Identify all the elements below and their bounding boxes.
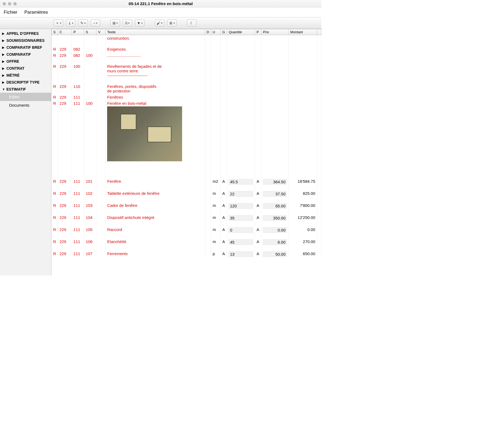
col-texte[interactable]: Texte [106,29,205,35]
cell-d [205,202,211,210]
cell-quantite[interactable] [227,83,255,94]
sidebar-item-4[interactable]: ▶OFFRE [0,58,51,65]
cell-prix[interactable]: 65.00 [261,202,289,210]
cell-u: p [211,251,221,258]
cell-quantite[interactable]: 45 [227,238,255,246]
table-row[interactable] [52,58,321,63]
table-row[interactable]: R229111103Cadre de fenêtremA120A65.007'8… [52,202,321,210]
brush-icon: 🖌 [157,21,160,25]
page-button[interactable]: 🗎▾ [167,20,177,27]
col-c[interactable]: C [58,29,72,35]
cell-prix[interactable]: 37.50 [261,190,289,197]
table-row[interactable] [52,222,321,226]
cell-p2: A [255,226,261,234]
table-row[interactable] [52,162,321,178]
cell-prix[interactable] [261,52,289,58]
table-row[interactable]: R229082100.............................. [52,52,321,58]
cell-prix[interactable] [261,35,289,42]
col-s2[interactable]: S [84,29,96,35]
cell-quantite[interactable]: 22 [227,190,255,197]
cell-prix[interactable] [261,63,289,79]
table-row[interactable]: R229110Fenêtres, portes, dispositifsde p… [52,83,321,94]
cell-prix[interactable] [261,100,289,162]
remove-button[interactable]: −▾ [91,20,100,27]
col-s1[interactable]: S [52,29,58,35]
edit-button[interactable]: ✎▾ [78,20,88,27]
cell-quantite[interactable] [227,46,255,52]
table-row[interactable]: R229111105RaccordmA0A0.000.00 [52,226,321,234]
cell-quantite[interactable]: 120 [227,202,255,210]
col-u[interactable]: U [211,29,221,35]
sidebar-item-0[interactable]: ▶APPEL D'OFFRES [0,30,51,37]
cell-c: 229 [58,63,72,79]
cell-quantite[interactable]: 45.5 [227,178,255,185]
sidebar-item-3[interactable]: ▶COMPARATIF [0,51,51,58]
cell-quantite[interactable] [227,52,255,58]
col-v[interactable]: V [96,29,106,35]
format-button[interactable]: 🖌▾ [155,20,164,27]
cell-texte: Fenêtres [106,94,205,100]
add-button[interactable]: ＋▾ [54,20,63,27]
table-row[interactable]: R229111Fenêtres [52,94,321,100]
sidebar-item-2[interactable]: ▶COMPARATIF BREF [0,44,51,51]
cell-prix[interactable]: 50.00 [261,251,289,258]
row-image [107,106,182,161]
table-row[interactable] [52,246,321,251]
table-row[interactable]: R229111106EtanchéitémA45A6.00270.00 [52,238,321,246]
table-row[interactable]: construction. [52,35,321,42]
menu-file[interactable]: Fichier [4,10,17,15]
cell-quantite[interactable] [227,94,255,100]
cell-prix[interactable] [261,46,289,52]
cell-quantite[interactable] [227,63,255,79]
sidebar-item-5[interactable]: ▶CONTRAT [0,65,51,72]
export-button[interactable]: ⎘▾ [123,20,132,27]
col-prix[interactable]: Prix [261,29,289,35]
cell-quantite[interactable]: 0 [227,226,255,234]
col-p2[interactable]: P [255,29,261,35]
sidebar-item-label: COMPARATIF BREF [6,45,42,50]
table-row[interactable] [52,41,321,46]
table-row[interactable]: R229111104Dispositif antichute intégrémA… [52,214,321,222]
table-row[interactable] [52,210,321,214]
cell-quantite[interactable]: 13 [227,251,255,258]
table-row[interactable]: R229100Revêtements de façades et demurs … [52,63,321,79]
filter-button[interactable]: ▼▾ [135,20,145,27]
cell-prix[interactable]: 364.50 [261,178,289,185]
col-d[interactable]: D [205,29,211,35]
cell-prix[interactable] [261,94,289,100]
sidebar-sub-1[interactable]: Documents [0,101,51,109]
table-row[interactable]: R229111101Fenêtrem2A45.5A364.5016'584.75 [52,178,321,185]
cell-prix[interactable]: 6.00 [261,238,289,246]
cell-quantite[interactable] [227,35,255,42]
cell-prix[interactable]: 0.00 [261,226,289,234]
col-g[interactable]: G [221,29,227,35]
cell-prix[interactable]: 350.00 [261,214,289,222]
cell-c: 229 [58,83,72,94]
table-row[interactable]: R229111100Fenêtre en bois-métal [52,100,321,162]
table-button[interactable]: ⊞▾ [110,20,120,27]
import-button[interactable]: ⤓▾ [66,20,76,27]
cell-prix[interactable] [261,83,289,94]
cell-g: A [221,214,227,222]
cell-quantite[interactable]: 35 [227,214,255,222]
sidebar-item-6[interactable]: ▶MÉTRÉ [0,72,51,79]
table-row[interactable] [52,79,321,83]
sidebar-item-1[interactable]: ▶SOUMISSIONNAIRES [0,37,51,44]
cell-quantite[interactable] [227,100,255,162]
sidebar-item-7[interactable]: ▶DESCRIPTIF TYPE [0,79,51,86]
menu-params[interactable]: Paramètres [24,10,48,15]
cell-c: 229 [58,251,72,258]
table-row[interactable] [52,185,321,190]
darkmode-button[interactable]: ☾ [187,20,197,27]
table-row[interactable]: R229111107FerrementspA13A50.00650.00 [52,251,321,258]
table-row[interactable] [52,197,321,202]
table-row[interactable]: R229111102Tablette extérieure de fenêtre… [52,190,321,197]
table-row[interactable]: R229082Exigences [52,46,321,52]
table-row[interactable] [52,234,321,238]
sidebar-sub-0[interactable]: Editer [0,93,51,101]
col-m[interactable]: Montant [289,29,317,35]
col-q[interactable]: Quantité [227,29,255,35]
grid-scroll[interactable]: S C P S V Texte D U G Quantité P Prix Mo… [51,29,321,275]
col-p1[interactable]: P [72,29,84,35]
sidebar-item-8[interactable]: ▼ESTIMATIF [0,86,51,93]
